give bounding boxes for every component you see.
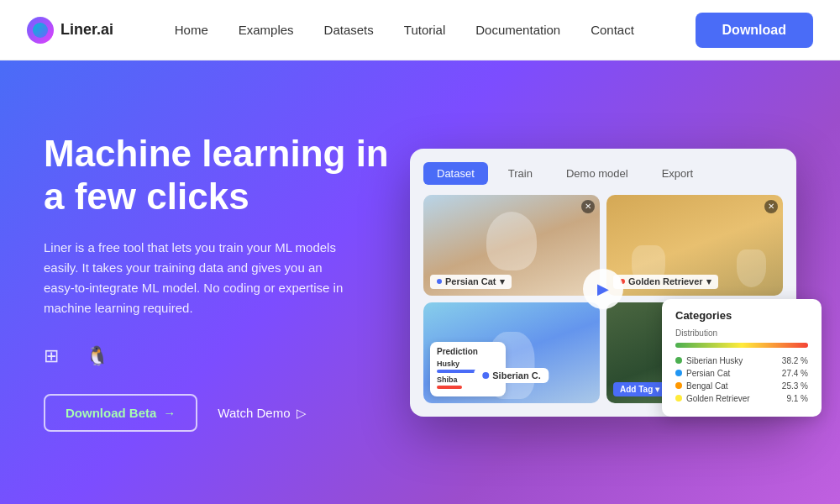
logo[interactable]: Liner.ai <box>27 17 113 44</box>
mockup-tabs: Dataset Train Demo model Export <box>423 162 783 185</box>
watch-demo-button[interactable]: Watch Demo ▷ <box>218 406 307 421</box>
hero-section: Machine learning in a few clicks Liner i… <box>0 60 840 504</box>
image-cell-golden: ✕ Golden Retriever ▾ <box>606 195 783 296</box>
cat-row-left-golden: Golden Retriever <box>675 394 750 403</box>
cat-row-left-bengal: Bengal Cat <box>675 381 727 391</box>
cat-row-bengal: Bengal Cat 25.3 % <box>675 381 808 391</box>
distribution-label: Distribution <box>675 328 808 338</box>
nav-documentation[interactable]: Documentation <box>475 23 560 37</box>
add-tag-label: Add Tag <box>620 385 653 394</box>
cat-row-golden: Golden Retriever 9.1 % <box>675 394 808 403</box>
logo-inner-circle <box>33 23 48 38</box>
download-beta-button[interactable]: Download Beta → <box>44 394 197 432</box>
nav-menu: Home Examples Datasets Tutorial Document… <box>175 23 634 37</box>
husky-cat-name: Siberian Husky <box>686 356 743 365</box>
image-cell-husky: Prediction Husky Shiba Siberian C. <box>423 302 600 403</box>
arrow-right-icon: → <box>163 406 176 420</box>
os-icons-row: ⊞ 🐧 <box>44 345 396 367</box>
prediction-title: Prediction <box>437 347 499 356</box>
nav-home[interactable]: Home <box>175 23 208 37</box>
dropdown-icon2: ▾ <box>706 276 711 287</box>
image-cell-cat: ✕ Persian Cat ▾ <box>423 195 600 296</box>
logo-icon <box>27 17 54 44</box>
hero-left-content: Machine learning in a few clicks Liner i… <box>44 133 396 432</box>
shiba-pred-bar <box>437 386 462 389</box>
app-mockup: Dataset Train Demo model Export ✕ Persia… <box>410 149 796 417</box>
golden-cat-name: Golden Retriever <box>686 394 750 403</box>
close-cat-icon[interactable]: ✕ <box>581 200 595 213</box>
categories-card: Categories Distribution Siberian Husky 3… <box>662 299 822 417</box>
persian-dot <box>675 370 682 376</box>
download-beta-label: Download Beta <box>66 406 156 420</box>
husky-dot <box>675 357 682 364</box>
siberian-badge: Siberian C. <box>474 368 549 383</box>
hero-right-mockup: Dataset Train Demo model Export ✕ Persia… <box>396 149 796 417</box>
bengal-dot <box>675 382 682 389</box>
cat-label-text: Persian Cat <box>445 276 496 286</box>
cat-label: Persian Cat ▾ <box>430 275 512 289</box>
golden-dot <box>675 395 682 402</box>
dropdown-icon: ▾ <box>500 276 505 287</box>
siberian-label: Siberian C. <box>492 370 540 381</box>
nav-contact[interactable]: Contact <box>591 23 634 37</box>
cat-row-husky: Siberian Husky 38.2 % <box>675 356 808 365</box>
label-dot <box>437 279 442 284</box>
watch-demo-label: Watch Demo <box>218 406 290 420</box>
hero-buttons: Download Beta → Watch Demo ▷ <box>44 394 396 432</box>
distribution-bar-fill <box>675 343 808 348</box>
bengal-pct: 25.3 % <box>782 381 808 391</box>
download-button[interactable]: Download <box>696 13 813 48</box>
nav-examples[interactable]: Examples <box>239 23 294 37</box>
categories-title: Categories <box>675 309 808 322</box>
tab-export[interactable]: Export <box>648 162 707 185</box>
tab-demo-model[interactable]: Demo model <box>553 162 642 185</box>
nav-datasets[interactable]: Datasets <box>324 23 374 37</box>
linux-icon: 🐧 <box>86 345 108 367</box>
add-tag-button[interactable]: Add Tag ▾ <box>613 382 666 396</box>
windows-icon: ⊞ <box>44 345 59 367</box>
golden-cat-pct: 9.1 % <box>786 394 808 403</box>
golden-label-text: Golden Retriever <box>628 276 703 286</box>
play-icon: ▷ <box>297 406 307 421</box>
nav-tutorial[interactable]: Tutorial <box>404 23 445 37</box>
hero-description: Liner is a free tool that lets you train… <box>44 238 346 318</box>
cat-row-left-persian: Persian Cat <box>675 369 730 378</box>
siberian-dot <box>482 372 489 379</box>
navbar: Liner.ai Home Examples Datasets Tutorial… <box>0 0 840 60</box>
cat-row-left-husky: Siberian Husky <box>675 356 743 365</box>
logo-text: Liner.ai <box>60 21 113 39</box>
husky-pct: 38.2 % <box>782 356 808 365</box>
tab-dataset[interactable]: Dataset <box>423 162 488 185</box>
golden-label: Golden Retriever ▾ <box>613 275 718 289</box>
tab-train[interactable]: Train <box>495 162 546 185</box>
persian-pct: 27.4 % <box>782 369 808 378</box>
hero-title: Machine learning in a few clicks <box>44 133 396 218</box>
add-tag-dropdown-icon: ▾ <box>655 385 659 394</box>
play-button[interactable]: ▶ <box>583 269 623 309</box>
close-golden-icon[interactable]: ✕ <box>764 200 778 213</box>
bengal-cat-name: Bengal Cat <box>686 381 727 391</box>
distribution-bar <box>675 343 808 348</box>
husky-pred-label: Husky <box>437 360 499 368</box>
cat-row-persian: Persian Cat 27.4 % <box>675 369 808 378</box>
persian-cat-name: Persian Cat <box>686 369 730 378</box>
